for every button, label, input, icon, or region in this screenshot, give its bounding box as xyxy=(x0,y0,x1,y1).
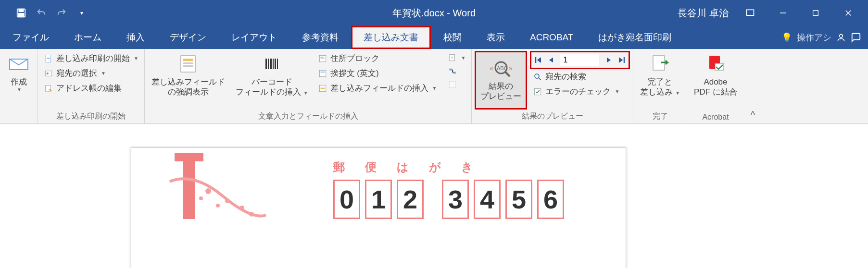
quick-access-toolbar: ▾ xyxy=(0,7,88,19)
group-preview-results: «ABC» 結果の プレビュー xyxy=(472,49,633,123)
svg-rect-54 xyxy=(175,153,203,161)
svg-text:ABC: ABC xyxy=(497,65,508,71)
select-recipients-button[interactable]: 宛先の選択 ▼ xyxy=(42,67,140,80)
edit-list-icon xyxy=(44,84,53,93)
svg-rect-5 xyxy=(813,11,818,16)
svg-point-13 xyxy=(47,72,49,74)
tab-insert[interactable]: 挿入 xyxy=(114,26,157,49)
rules-icon: ? xyxy=(448,53,457,62)
svg-line-40 xyxy=(505,72,510,76)
insert-field-icon xyxy=(318,84,327,93)
svg-point-48 xyxy=(535,74,539,78)
user-name[interactable]: 長谷川 卓治 xyxy=(678,7,729,20)
address-block-icon xyxy=(318,54,327,63)
record-number-input[interactable] xyxy=(560,54,600,66)
group-label-create xyxy=(4,113,34,122)
match-fields-button[interactable] xyxy=(446,65,468,77)
svg-rect-3 xyxy=(747,10,754,15)
chevron-down-icon: ▼ xyxy=(673,90,680,96)
chevron-down-icon: ▼ xyxy=(614,89,619,94)
preview-results-button[interactable]: «ABC» 結果の プレビュー xyxy=(476,52,526,109)
close-icon[interactable] xyxy=(837,5,859,21)
last-record-icon[interactable] xyxy=(617,56,626,64)
barcode-field-button[interactable]: バーコード フィールドの挿入 ▼ xyxy=(233,52,311,98)
create-envelopes-button[interactable]: 作成 ▼ xyxy=(4,52,34,94)
check-errors-button[interactable]: エラーのチェック ▼ xyxy=(531,85,629,98)
recipients-icon xyxy=(44,69,53,78)
rules-button[interactable]: ? ▼ xyxy=(446,52,468,63)
customize-qat-icon[interactable]: ▾ xyxy=(76,7,88,19)
address-block-button[interactable]: 住所ブロック xyxy=(316,52,439,65)
merge-to-pdf-button[interactable]: Adobe PDF に結合 xyxy=(691,52,740,98)
decoration-graphic xyxy=(155,153,271,225)
svg-rect-21 xyxy=(270,59,272,69)
svg-text:?: ? xyxy=(451,56,453,60)
svg-marker-44 xyxy=(549,58,553,63)
ribbon-display-options-icon[interactable] xyxy=(739,5,761,21)
save-icon[interactable] xyxy=(15,7,27,19)
svg-rect-11 xyxy=(47,58,50,59)
document-page[interactable]: 郵便はがき 0 1 2 3 4 5 6 xyxy=(131,147,626,268)
tab-layout[interactable]: レイアウト xyxy=(219,26,289,49)
zip-digit: 5 xyxy=(505,180,532,219)
find-recipient-button[interactable]: 宛先の検索 xyxy=(531,70,629,83)
zip-digit: 4 xyxy=(474,180,501,219)
group-finish: 完了と 差し込み ▼ 完了 xyxy=(633,49,687,123)
share-icon[interactable] xyxy=(836,33,846,42)
comments-icon[interactable] xyxy=(851,32,861,43)
group-label-preview: 結果のプレビュー xyxy=(476,111,629,122)
adobe-pdf-icon xyxy=(704,53,727,75)
tab-review[interactable]: 校閲 xyxy=(431,26,474,49)
next-record-icon[interactable] xyxy=(605,56,613,64)
svg-rect-22 xyxy=(273,59,274,69)
tab-file[interactable]: ファイル xyxy=(0,26,62,49)
finish-merge-button[interactable]: 完了と 差し込み ▼ xyxy=(637,52,683,98)
previous-record-icon[interactable] xyxy=(547,56,555,64)
insert-merge-field-button[interactable]: 差し込みフィールドの挿入 ▼ xyxy=(316,82,439,95)
tab-design[interactable]: デザイン xyxy=(157,26,219,49)
zip-digit: 0 xyxy=(333,180,360,219)
match-fields-icon xyxy=(448,66,457,76)
record-navigation xyxy=(531,52,629,68)
svg-line-49 xyxy=(539,78,541,80)
zip-digit: 1 xyxy=(365,180,392,219)
greeting-icon xyxy=(318,69,327,78)
svg-rect-47 xyxy=(624,57,625,63)
tab-acrobat[interactable]: ACROBAT xyxy=(517,26,586,49)
ribbon: 作成 ▼ 差し込み印刷の開始 ▼ 宛先の選択 xyxy=(0,49,868,124)
group-label-write-insert: 文章入力とフィールドの挿入 xyxy=(149,111,468,122)
start-mail-merge-button[interactable]: 差し込み印刷の開始 ▼ xyxy=(42,52,140,65)
group-label-start: 差し込み印刷の開始 xyxy=(42,111,140,122)
create-label: 作成 xyxy=(11,77,27,87)
svg-text:»: » xyxy=(509,64,513,72)
collapse-ribbon-icon[interactable]: ^ xyxy=(744,107,762,123)
minimize-icon[interactable] xyxy=(772,5,794,21)
greeting-line-button[interactable]: 挨拶文 (英文) xyxy=(316,67,439,80)
svg-rect-36 xyxy=(449,81,456,88)
title-bar: ▾ 年賀状.docx - Word 長谷川 卓治 xyxy=(0,0,868,26)
svg-rect-24 xyxy=(277,59,278,69)
tab-hagaki[interactable]: はがき宛名面印刷 xyxy=(586,26,684,49)
highlight-merge-fields-button[interactable]: 差し込みフィールド の強調表示 xyxy=(149,52,228,98)
svg-rect-26 xyxy=(320,57,323,58)
undo-icon[interactable] xyxy=(36,7,47,19)
group-label-acrobat: Acrobat xyxy=(691,113,740,122)
edit-recipient-list-button[interactable]: アドレス帳の編集 xyxy=(42,82,140,95)
tab-references[interactable]: 参考資料 xyxy=(289,26,351,49)
tab-mailings[interactable]: 差し込み文書 xyxy=(351,26,431,49)
svg-rect-23 xyxy=(275,59,276,69)
finish-merge-icon xyxy=(649,53,671,75)
maximize-icon[interactable] xyxy=(805,5,827,21)
svg-rect-2 xyxy=(19,13,24,17)
zip-code-boxes: 0 1 2 3 4 5 6 xyxy=(333,180,564,219)
svg-point-8 xyxy=(840,34,843,37)
tell-me-label[interactable]: 操作アシ xyxy=(797,32,831,43)
svg-rect-42 xyxy=(535,57,536,63)
tab-home[interactable]: ホーム xyxy=(62,26,114,49)
redo-icon[interactable] xyxy=(56,7,67,19)
tab-view[interactable]: 表示 xyxy=(474,26,517,49)
chevron-down-icon: ▼ xyxy=(100,71,106,76)
first-record-icon[interactable] xyxy=(534,56,542,64)
update-labels-button[interactable] xyxy=(446,79,468,90)
chevron-down-icon: ▼ xyxy=(16,87,22,93)
